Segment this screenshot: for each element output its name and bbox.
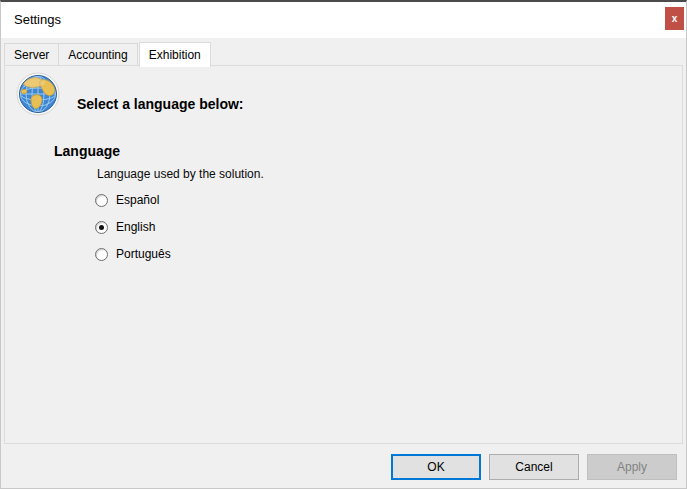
radio-label: English (116, 220, 155, 234)
radio-option-english[interactable]: English (95, 220, 155, 234)
window-title: Settings (14, 12, 61, 27)
tab-accounting[interactable]: Accounting (58, 43, 137, 65)
title-bar: Settings x (1, 2, 686, 38)
radio-button[interactable] (95, 248, 108, 261)
page-heading: Select a language below: (77, 96, 244, 112)
tab-server[interactable]: Server (4, 43, 59, 65)
button-row: OK Cancel Apply (391, 454, 677, 480)
globe-icon (16, 72, 60, 116)
tab-exhibition[interactable]: Exhibition (139, 42, 211, 67)
close-button[interactable]: x (665, 7, 684, 30)
close-icon: x (672, 13, 678, 24)
radio-label: Español (116, 193, 159, 207)
radio-button[interactable] (95, 221, 108, 234)
apply-button[interactable]: Apply (587, 454, 677, 480)
radio-button[interactable] (95, 194, 108, 207)
dialog-footer: OK Cancel Apply (1, 444, 686, 488)
radio-option-portugues[interactable]: Português (95, 247, 171, 261)
exhibition-tab-page: Select a language below: Language Langua… (4, 65, 683, 444)
language-section-description: Language used by the solution. (97, 167, 264, 181)
radio-label: Português (116, 247, 171, 261)
radio-option-espanol[interactable]: Español (95, 193, 159, 207)
tab-strip: Server Accounting Exhibition (4, 40, 210, 65)
settings-dialog: Settings x Server Accounting Exhibition (0, 0, 687, 489)
cancel-button[interactable]: Cancel (489, 454, 579, 480)
ok-button[interactable]: OK (391, 454, 481, 480)
language-section-title: Language (54, 143, 120, 159)
